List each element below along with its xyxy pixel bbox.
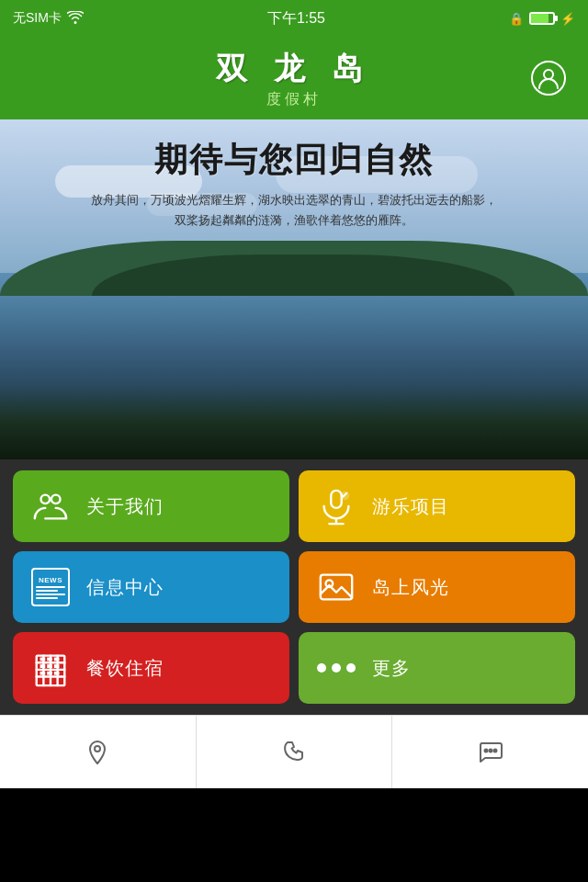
menu-activity-button[interactable]: 游乐项目	[299, 470, 575, 542]
svg-rect-18	[54, 658, 60, 662]
building-icon	[28, 645, 74, 691]
activity-label: 游乐项目	[372, 494, 449, 519]
status-time: 下午1:55	[267, 9, 325, 28]
status-bar: 无SIM卡 下午1:55 🔒 ⚡	[0, 0, 588, 37]
avatar-icon[interactable]	[531, 61, 566, 96]
hero-title: 期待与您回归自然	[15, 138, 573, 183]
tab-location[interactable]	[0, 716, 197, 788]
app-title-sub: 度假村	[216, 90, 373, 109]
scenery-label: 岛上风光	[372, 575, 449, 600]
tab-phone[interactable]	[197, 716, 393, 788]
hero-description: 放舟其间，万顷波光熠耀生辉，湖水映出选翠的青山，碧波托出远去的船影， 双桨扬起粼…	[15, 190, 573, 231]
header-avatar[interactable]	[531, 61, 566, 96]
svg-point-2	[51, 495, 61, 504]
hero-section: 期待与您回归自然 放舟其间，万顷波光熠耀生辉，湖水映出选翠的青山，碧波托出远去的…	[0, 119, 588, 459]
app-title-main: 双 龙 岛	[216, 48, 373, 90]
news-label: 信息中心	[86, 575, 164, 600]
menu-news-button[interactable]: NEWS 信息中心	[13, 551, 289, 623]
bottom-tab-bar	[0, 715, 588, 788]
location-icon	[83, 738, 112, 767]
svg-rect-21	[54, 664, 60, 668]
menu-more-button[interactable]: 更多	[299, 632, 575, 704]
svg-point-1	[41, 495, 51, 504]
menu-grid: 关于我们 游乐项目 NEWS	[0, 459, 588, 715]
app-header: 双 龙 岛 度假村	[0, 37, 588, 119]
people-icon	[28, 483, 74, 529]
svg-point-27	[489, 749, 492, 752]
lock-icon: 🔒	[509, 12, 524, 26]
svg-rect-19	[40, 664, 46, 668]
dining-label: 餐饮住宿	[86, 656, 164, 681]
news-icon: NEWS	[28, 564, 74, 610]
about-label: 关于我们	[86, 494, 164, 519]
svg-rect-24	[54, 672, 60, 675]
svg-rect-7	[321, 575, 352, 600]
app-title: 双 龙 岛 度假村	[216, 48, 373, 109]
charging-icon: ⚡	[560, 12, 575, 26]
svg-rect-23	[47, 672, 52, 675]
svg-point-0	[544, 70, 553, 79]
tab-chat[interactable]	[392, 716, 588, 788]
hero-water	[0, 273, 588, 460]
image-icon	[313, 564, 359, 610]
menu-dining-button[interactable]: 餐饮住宿	[13, 632, 289, 704]
status-right: 🔒 ⚡	[509, 12, 575, 26]
battery-icon	[529, 12, 555, 25]
phone-icon	[279, 738, 309, 767]
mic-icon	[313, 483, 359, 529]
wifi-icon	[67, 11, 84, 27]
svg-point-28	[493, 749, 496, 752]
svg-rect-22	[40, 672, 46, 675]
chat-icon	[476, 738, 505, 767]
status-carrier: 无SIM卡	[13, 10, 84, 27]
hero-text-overlay: 期待与您回归自然 放舟其间，万顷波光熠耀生辉，湖水映出选翠的青山，碧波托出远去的…	[0, 138, 588, 231]
svg-rect-16	[40, 658, 46, 662]
svg-rect-20	[47, 664, 52, 668]
svg-point-26	[484, 749, 487, 752]
svg-rect-17	[47, 658, 52, 662]
dots-icon	[313, 645, 359, 691]
svg-point-25	[95, 746, 100, 752]
svg-rect-3	[331, 491, 341, 508]
more-label: 更多	[372, 656, 411, 681]
menu-scenery-button[interactable]: 岛上风光	[299, 551, 575, 623]
menu-about-button[interactable]: 关于我们	[13, 470, 289, 542]
